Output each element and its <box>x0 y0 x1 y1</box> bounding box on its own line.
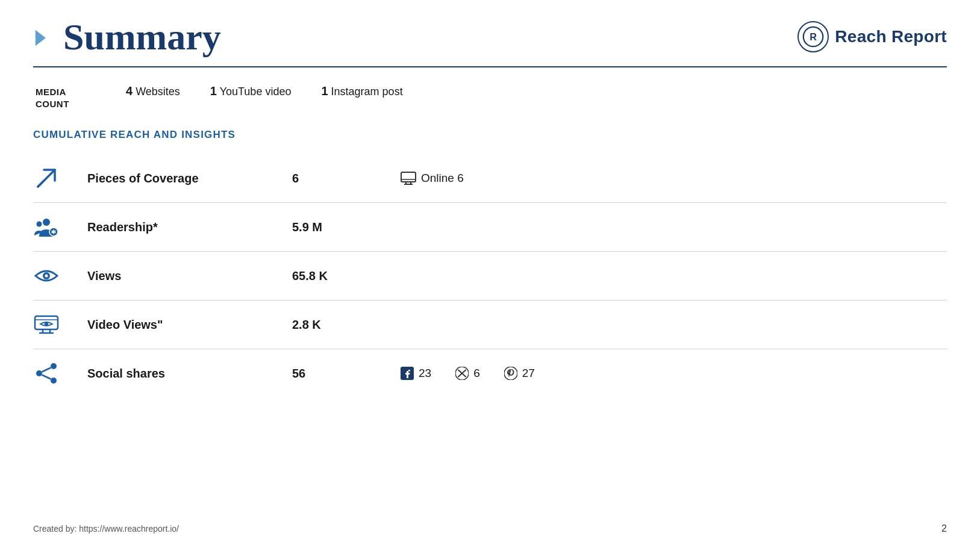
footer: Created by: https://www.reachreport.io/ … <box>33 523 947 534</box>
video-views-icon-col <box>33 311 87 338</box>
svg-line-4 <box>38 181 44 187</box>
chevron-right-icon <box>33 26 56 49</box>
share-icon <box>33 360 60 387</box>
social-shares-icon-col <box>33 360 87 387</box>
media-count-section: MEDIACOUNT 4 Websites 1 YouTube video 1 … <box>33 84 947 110</box>
coverage-value-col: 6 <box>292 172 401 185</box>
facebook-count: 23 <box>419 367 431 380</box>
views-name-col: Views <box>87 269 292 283</box>
svg-point-21 <box>51 363 57 369</box>
video-views-name-col: Video Views" <box>87 318 292 332</box>
media-count-items: 4 Websites 1 YouTube video 1 Instagram p… <box>126 84 403 98</box>
views-label: Views <box>87 269 121 282</box>
readership-icon-col <box>33 214 87 240</box>
facebook-icon <box>401 367 414 380</box>
coverage-label: Pieces of Coverage <box>87 172 199 185</box>
monitor-icon <box>401 172 416 185</box>
pinterest-count: 27 <box>522 367 535 380</box>
svg-point-17 <box>45 322 48 326</box>
logo-area: R Reach Report <box>797 21 947 52</box>
page: Summary R Reach Report MEDIACOUNT 4 Webs… <box>0 0 980 551</box>
media-count-label: MEDIACOUNT <box>36 86 90 110</box>
media-count-websites: 4 Websites <box>126 84 180 98</box>
video-views-label: Video Views" <box>87 318 163 331</box>
group-users-icon <box>33 214 60 240</box>
video-views-value-col: 2.8 K <box>292 318 401 332</box>
svg-point-14 <box>45 275 48 278</box>
coverage-icon-col <box>33 165 87 191</box>
logo-text: Reach Report <box>835 27 947 46</box>
metric-row-readership: Readership* 5.9 M <box>33 203 947 252</box>
metric-row-views: Views 65.8 K <box>33 252 947 300</box>
video-views-value: 2.8 K <box>292 318 321 331</box>
media-count-instagram: 1 Instagram post <box>321 84 402 98</box>
social-shares-value: 56 <box>292 367 305 380</box>
header: Summary R Reach Report <box>33 18 947 67</box>
section-heading: CUMULATIVE REACH AND INSIGHTS <box>33 129 947 141</box>
readership-value: 5.9 M <box>292 220 322 234</box>
twitter-count: 6 <box>473 367 480 380</box>
svg-point-22 <box>36 370 42 376</box>
readership-label: Readership* <box>87 220 158 234</box>
social-shares-name-col: Social shares <box>87 367 292 381</box>
twitter-shares: 6 <box>455 367 480 380</box>
svg-line-24 <box>42 368 51 372</box>
page-title: Summary <box>63 18 221 55</box>
coverage-name-col: Pieces of Coverage <box>87 172 292 185</box>
svg-text:R: R <box>810 31 817 42</box>
coverage-detail-col: Online 6 <box>401 172 947 185</box>
svg-rect-5 <box>401 172 416 182</box>
coverage-value: 6 <box>292 172 299 185</box>
views-value: 65.8 K <box>292 269 328 282</box>
title-area: Summary <box>33 18 221 55</box>
metric-row-social-shares: Social shares 56 23 <box>33 349 947 397</box>
video-eye-icon <box>33 311 60 338</box>
svg-point-12 <box>37 222 42 227</box>
pinterest-icon <box>504 367 517 380</box>
media-count-youtube: 1 YouTube video <box>210 84 292 98</box>
footer-page-number: 2 <box>941 523 947 534</box>
views-icon-col <box>33 263 87 289</box>
x-twitter-icon <box>455 367 469 380</box>
arrow-upright-icon <box>33 165 60 191</box>
svg-line-25 <box>42 375 51 379</box>
footer-created-by: Created by: https://www.reachreport.io/ <box>33 524 179 534</box>
social-shares-label: Social shares <box>87 367 165 380</box>
social-shares-value-col: 56 <box>292 367 401 381</box>
social-shares-detail-col: 23 6 27 <box>401 367 947 380</box>
metric-row-video-views: Video Views" 2.8 K <box>33 300 947 349</box>
svg-point-23 <box>51 378 57 384</box>
coverage-online: Online 6 <box>401 172 464 185</box>
pinterest-shares: 27 <box>504 367 535 380</box>
readership-value-col: 5.9 M <box>292 220 401 234</box>
svg-marker-0 <box>36 30 46 46</box>
facebook-shares: 23 <box>401 367 431 380</box>
eye-icon <box>33 263 60 289</box>
metric-row-coverage: Pieces of Coverage 6 Online 6 <box>33 154 947 203</box>
metrics-table: Pieces of Coverage 6 Online 6 <box>33 154 947 533</box>
svg-point-10 <box>43 219 50 226</box>
views-value-col: 65.8 K <box>292 269 401 283</box>
coverage-online-text: Online 6 <box>421 172 464 185</box>
svg-point-28 <box>504 367 517 380</box>
readership-name-col: Readership* <box>87 220 292 234</box>
logo-icon: R <box>797 21 829 52</box>
